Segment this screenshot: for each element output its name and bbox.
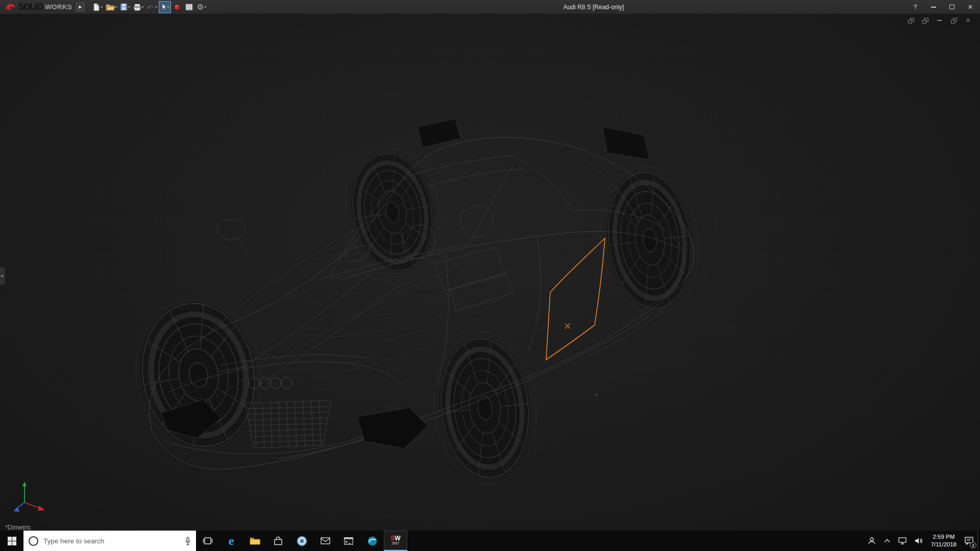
doc-close-button[interactable]: ×	[964, 17, 972, 24]
windows-taskbar: e	[0, 531, 980, 551]
undo-dropdown-icon[interactable]: ▾	[155, 5, 157, 9]
folder-icon	[250, 537, 260, 545]
mail-button[interactable]	[313, 531, 337, 551]
window-controls: ? ×	[909, 0, 977, 14]
clock-date: 7/11/2018	[931, 541, 957, 548]
selected-face-highlight[interactable]	[546, 238, 605, 360]
select-tool-button[interactable]: ▾	[159, 2, 170, 13]
document-window-controls: ×	[907, 17, 972, 24]
save-button[interactable]: ▾	[119, 2, 131, 13]
minimize-button[interactable]	[927, 2, 940, 12]
menu-flyout-arrow[interactable]: ▶	[76, 3, 84, 12]
doc-cascade-icon[interactable]	[907, 17, 915, 24]
cortana-icon[interactable]	[29, 536, 38, 546]
new-document-button[interactable]: ▾	[91, 2, 104, 13]
print-button[interactable]: ▾	[132, 2, 145, 13]
round-app-button[interactable]	[290, 531, 313, 551]
people-button[interactable]	[864, 531, 880, 551]
solidworks-logo-icon	[5, 3, 16, 12]
edge-icon: e	[229, 535, 234, 547]
view-orientation-label: *Dimetric	[5, 524, 31, 531]
clock-time: 2:59 PM	[933, 533, 954, 541]
table-grid-icon	[185, 4, 193, 11]
close-button[interactable]: ×	[964, 2, 977, 12]
search-input[interactable]	[43, 537, 180, 545]
windows-logo-icon	[8, 537, 16, 545]
sheet-properties-button[interactable]	[184, 2, 195, 13]
maximize-button[interactable]	[945, 2, 959, 12]
solidworks-taskbar-button[interactable]: SW 2017	[384, 531, 407, 551]
taskbar-clock[interactable]: 2:59 PM 7/11/2018	[927, 533, 961, 548]
right-headlight	[357, 408, 428, 448]
new-dropdown-icon[interactable]: ▾	[101, 5, 103, 9]
new-document-icon	[92, 3, 100, 11]
options-button[interactable]: ⚙ ▾	[196, 2, 207, 13]
system-tray: 2:59 PM 7/11/2018 2	[864, 531, 980, 551]
round-app-icon	[297, 536, 307, 546]
graphics-viewport[interactable]: × *Dimetric	[0, 14, 980, 531]
undo-icon	[146, 4, 155, 11]
options-dropdown-icon[interactable]: ▾	[204, 5, 206, 9]
undo-button[interactable]: ▾	[145, 2, 158, 13]
edrawings-button[interactable]	[360, 531, 384, 551]
print-dropdown-icon[interactable]: ▾	[142, 5, 144, 9]
speaker-icon	[915, 537, 923, 544]
document-title: Audi R8 S [Read-only]	[564, 0, 624, 14]
notification-badge: 2	[970, 542, 976, 548]
save-floppy-icon	[120, 3, 128, 11]
chevron-up-icon	[884, 539, 890, 543]
save-dropdown-icon[interactable]: ▾	[128, 5, 130, 9]
doc-restore-button[interactable]	[950, 17, 958, 24]
doc-minimize-button[interactable]	[936, 17, 943, 24]
brand-solid: SOLID	[18, 3, 43, 12]
car-body-lines	[124, 119, 707, 490]
solidworks-logo: SOLIDWORKS	[0, 3, 76, 12]
print-icon	[133, 4, 141, 11]
brand-works: WORKS	[45, 3, 72, 11]
mail-envelope-icon	[321, 537, 330, 544]
solidworks-window: SOLIDWORKS ▶ ▾ ▾	[0, 0, 980, 551]
select-dropdown-icon[interactable]: ▾	[167, 5, 169, 9]
command-prompt-button[interactable]	[337, 531, 360, 551]
store-bag-icon	[274, 537, 283, 545]
orientation-triad	[13, 482, 45, 512]
appearance-button[interactable]	[172, 2, 183, 13]
volume-button[interactable]	[911, 531, 927, 551]
microphone-icon[interactable]	[185, 537, 191, 545]
feature-manager-collapse-tab[interactable]	[0, 267, 5, 285]
titlebar: SOLIDWORKS ▶ ▾ ▾	[0, 0, 980, 14]
gear-icon: ⚙	[197, 3, 204, 11]
people-icon	[868, 537, 876, 545]
open-document-button[interactable]: ▾	[105, 2, 118, 13]
red-sphere-icon	[174, 4, 180, 10]
start-button[interactable]	[0, 531, 23, 551]
tray-overflow-button[interactable]	[880, 531, 894, 551]
open-dropdown-icon[interactable]: ▾	[115, 5, 117, 9]
task-view-icon	[203, 537, 213, 545]
doc-tile-icon[interactable]	[921, 17, 929, 24]
network-button[interactable]	[894, 531, 911, 551]
file-explorer-button[interactable]	[243, 531, 266, 551]
show-desktop-button[interactable]	[977, 531, 980, 551]
taskbar-search[interactable]	[23, 531, 196, 551]
command-prompt-icon	[344, 537, 353, 545]
action-center-button[interactable]: 2	[961, 531, 977, 551]
select-arrow-icon	[161, 3, 167, 11]
car-wireframe	[0, 14, 980, 531]
edge-button[interactable]: e	[219, 531, 243, 551]
help-button[interactable]: ?	[909, 2, 922, 12]
edrawings-icon	[367, 536, 378, 546]
quick-access-toolbar: ▾ ▾ ▾	[91, 2, 207, 13]
solidworks-app-icon: SW 2017	[390, 535, 400, 545]
network-icon	[898, 537, 906, 544]
store-button[interactable]	[266, 531, 290, 551]
open-folder-icon	[106, 4, 115, 11]
front-grille	[245, 400, 331, 448]
task-view-button[interactable]	[196, 531, 219, 551]
